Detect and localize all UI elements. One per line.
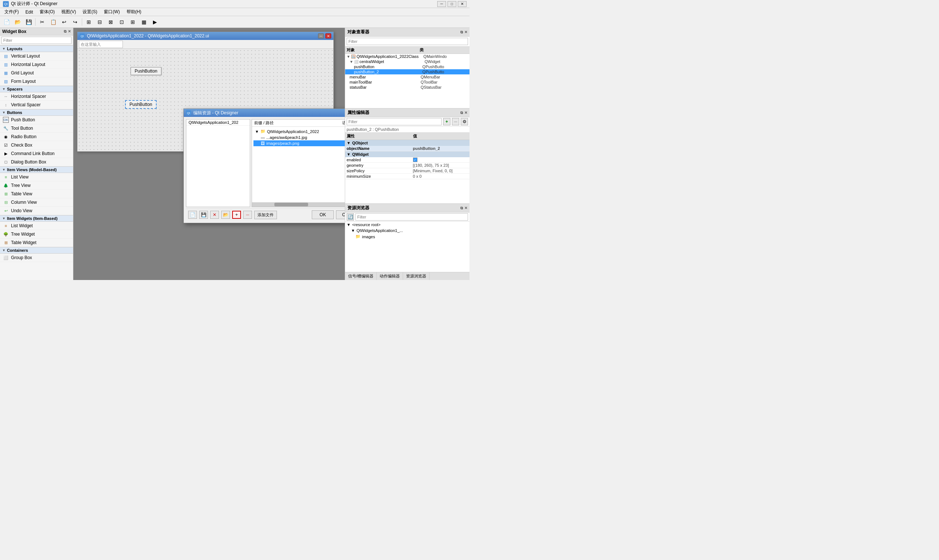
inspector-row-6[interactable]: statusBar QStatusBar <box>345 85 470 90</box>
inspector-row-0[interactable]: ▼ 🪟 QtWidgetsApplication1_2022Class QMai… <box>345 54 470 59</box>
modal-add-resource-btn[interactable]: + <box>232 211 241 219</box>
prop-row-minimumsize[interactable]: minimumSize 0 x 0 <box>345 174 470 179</box>
toolbar-copy[interactable]: 📋 <box>48 17 58 27</box>
widget-tree-view[interactable]: 🌲 Tree View <box>0 182 73 190</box>
toolbar-grid[interactable]: ⊞ <box>128 17 138 27</box>
property-editor-close-icon[interactable]: ✕ <box>464 111 467 115</box>
prop-row-enabled[interactable]: enabled ✓ <box>345 157 470 163</box>
modal-remove-btn[interactable]: ✕ <box>210 211 219 219</box>
widget-vertical-layout[interactable]: ▤ Vertical Layout <box>0 52 73 60</box>
toolbar-redo[interactable]: ↪ <box>70 17 80 27</box>
category-containers[interactable]: ▼ Containers <box>0 247 73 254</box>
toolbar-undo[interactable]: ↩ <box>59 17 69 27</box>
widget-form-layout[interactable]: ▧ Form Layout <box>0 77 73 86</box>
toolbar-layout-v[interactable]: ⊟ <box>95 17 105 27</box>
inspector-row-2[interactable]: pushButton QPushButto <box>345 64 470 69</box>
menu-window[interactable]: 窗口(W) <box>101 8 122 16</box>
widget-vertical-spacer[interactable]: ↕ Vertical Spacer <box>0 101 73 109</box>
category-item-views[interactable]: ▼ Item Views (Model-Based) <box>0 166 73 173</box>
object-inspector-close-icon[interactable]: ✕ <box>464 30 467 34</box>
modal-left-item-1[interactable]: QtWidgetsApplication1_202 <box>187 120 250 126</box>
designer-window-minimize[interactable]: ─ <box>318 33 324 38</box>
widget-command-link-button[interactable]: ▶ Command Link Button <box>0 149 73 158</box>
prop-row-objectname[interactable]: objectName pushButton_2 <box>345 146 470 151</box>
category-item-widgets[interactable]: ▼ Item Widgets (Item-Based) <box>0 215 73 222</box>
toolbar-preview[interactable]: ▶ <box>150 17 160 27</box>
menu-form[interactable]: 窗体(O) <box>37 8 58 16</box>
modal-add-file-button[interactable]: 添加文件 <box>254 211 277 219</box>
inspector-row-4[interactable]: menuBar QMenuBar <box>345 74 470 80</box>
prop-remove-btn[interactable]: ─ <box>452 118 459 125</box>
widget-table-view[interactable]: ⊞ Table View <box>0 190 73 198</box>
modal-save-btn[interactable]: 💾 <box>199 211 208 219</box>
modal-cancel-button[interactable]: Cancel <box>336 210 345 219</box>
menu-file[interactable]: 文件(F) <box>2 8 22 16</box>
widget-column-view[interactable]: ⊟ Column View <box>0 198 73 207</box>
toolbar-cut[interactable]: ✂ <box>37 17 47 27</box>
widget-list-widget[interactable]: ≡ List Widget <box>0 222 73 230</box>
modal-new-file-btn[interactable]: 📄 <box>188 211 197 219</box>
inspector-row-1[interactable]: ▼ ⬜ centralWidget QWidget <box>345 59 470 64</box>
prop-add-btn[interactable]: + <box>443 118 450 125</box>
inspector-row-5[interactable]: mainToolBar QToolBar <box>345 80 470 85</box>
widget-group-box[interactable]: ⬜ Group Box <box>0 254 73 262</box>
resource-browser-float-icon[interactable]: ⧉ <box>460 206 463 210</box>
tab-action-editor[interactable]: 动作编辑器 <box>377 272 403 280</box>
toolbar-break[interactable]: ⊠ <box>106 17 116 27</box>
prop-settings-btn[interactable]: ⚙ <box>461 118 468 125</box>
widget-dialog-button-box[interactable]: □ Dialog Button Box <box>0 158 73 166</box>
modal-tree-row-1[interactable]: — ...ages/aw&peach1.jpg <box>253 134 345 140</box>
widget-horizontal-layout[interactable]: ▥ Horizontal Layout <box>0 60 73 69</box>
enabled-checkbox[interactable]: ✓ <box>413 158 418 162</box>
menu-settings[interactable]: 设置(S) <box>80 8 100 16</box>
modal-folder-btn[interactable]: 📂 <box>221 211 230 219</box>
menu-view[interactable]: 视图(V) <box>58 8 79 16</box>
widget-grid-layout[interactable]: ▦ Grid Layout <box>0 69 73 77</box>
resource-browser-close-icon[interactable]: ✕ <box>464 206 467 210</box>
toolbar-save[interactable]: 💾 <box>23 17 34 27</box>
res-row-2[interactable]: 📁 images <box>345 234 470 240</box>
designer-input[interactable] <box>79 41 123 48</box>
widget-list-view[interactable]: ≡ List View <box>0 173 73 182</box>
prop-row-sizepolicy[interactable]: sizePolicy [Minimum, Fixed, 0, 0] <box>345 168 470 174</box>
property-editor-float-icon[interactable]: ⧉ <box>460 111 463 115</box>
menu-help[interactable]: 帮助(H) <box>123 8 145 16</box>
widget-tool-button[interactable]: 🔧 Tool Button <box>0 124 73 133</box>
tab-signal-slot[interactable]: 信号/槽编辑器 <box>345 272 377 280</box>
category-layouts[interactable]: ▼ Layouts <box>0 45 73 52</box>
modal-tree-row-root[interactable]: ▼ 📁 QtWidgetsApplication1_2022 <box>253 128 345 134</box>
category-buttons[interactable]: ▼ Buttons <box>0 109 73 116</box>
modal-remove-resource-btn[interactable]: ─ <box>243 211 252 219</box>
push-button-canvas-2[interactable]: PushButton <box>125 100 157 109</box>
widget-radio-button[interactable]: ◉ Radio Button <box>0 133 73 141</box>
widget-push-button[interactable]: OK Push Button <box>0 116 73 124</box>
modal-ok-button[interactable]: OK <box>312 210 333 219</box>
widget-tree-widget[interactable]: 🌳 Tree Widget <box>0 230 73 238</box>
widget-box-float-icon[interactable]: ⧉ <box>64 29 66 34</box>
menu-edit[interactable]: Edit <box>22 9 36 15</box>
prop-filter-input[interactable] <box>347 118 442 125</box>
res-filter-input[interactable] <box>355 213 468 221</box>
toolbar-open[interactable]: 📂 <box>12 17 23 27</box>
widget-filter-input[interactable] <box>2 37 71 44</box>
toolbar-form[interactable]: ▦ <box>139 17 149 27</box>
close-button[interactable]: ✕ <box>458 1 467 7</box>
toolbar-layout-h[interactable]: ⊞ <box>83 17 94 27</box>
modal-tree-row-2[interactable]: 🖼 images/peach.png <box>253 140 345 146</box>
res-row-1[interactable]: ▼ QtWidgetsApplication1_... <box>345 228 470 234</box>
push-button-canvas-1[interactable]: PushButton <box>131 67 161 75</box>
prop-row-geometry[interactable]: geometry [(180, 260), 75 x 23] <box>345 163 470 168</box>
toolbar-new[interactable]: 📄 <box>2 17 12 27</box>
widget-undo-view[interactable]: ↩ Undo View <box>0 207 73 215</box>
modal-scrollbar-h[interactable] <box>252 202 345 207</box>
title-bar-buttons[interactable]: ─ □ ✕ <box>437 1 467 7</box>
widget-horizontal-spacer[interactable]: ↔ Horizontal Spacer <box>0 92 73 101</box>
designer-window-btns[interactable]: ─ ✕ <box>318 33 331 38</box>
minimize-button[interactable]: ─ <box>437 1 446 7</box>
restore-button[interactable]: □ <box>447 1 456 7</box>
inspector-row-3[interactable]: pushButton_2 QPushButto <box>345 69 470 74</box>
designer-window-close[interactable]: ✕ <box>325 33 331 38</box>
toolbar-adjust[interactable]: ⊡ <box>117 17 127 27</box>
widget-box-close-icon[interactable]: ✕ <box>68 29 71 34</box>
res-refresh-btn[interactable]: 🔄 <box>347 213 354 221</box>
